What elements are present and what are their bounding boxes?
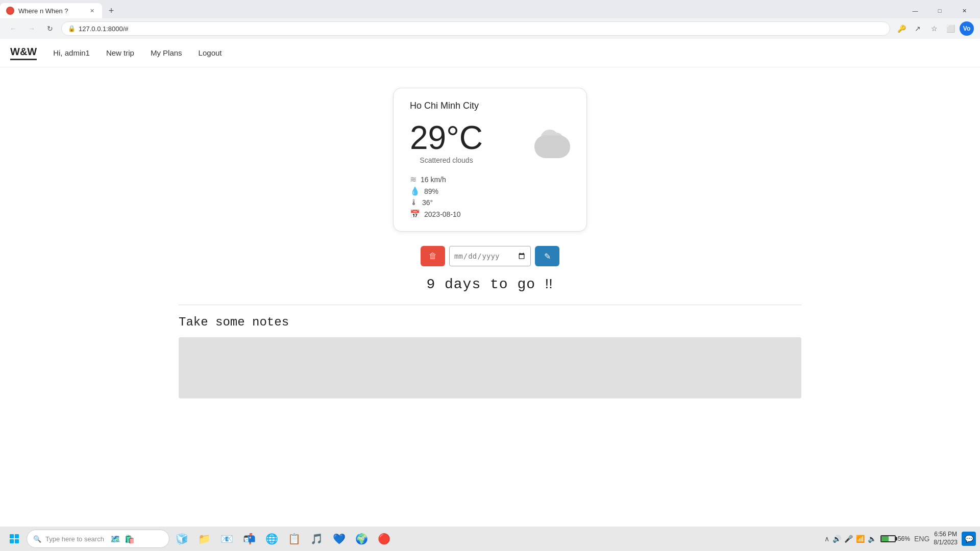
tray-volume[interactable]: 🔈 <box>868 535 876 543</box>
refresh-button[interactable]: ↻ <box>43 21 57 36</box>
taskbar-security-app[interactable]: 🔴 <box>374 529 394 549</box>
maximize-button[interactable]: □ <box>928 3 951 18</box>
taskbar-files-app[interactable]: 📁 <box>194 529 214 549</box>
section-divider <box>179 305 801 305</box>
taskbar-store-app[interactable]: 🧊 <box>172 529 192 549</box>
notification-button[interactable]: 💬 <box>962 532 976 546</box>
key-icon[interactable]: 🔑 <box>894 21 909 36</box>
taskbar-chrome-app[interactable]: 🌍 <box>351 529 372 549</box>
humidity-value: 89% <box>424 187 438 195</box>
taskbar-media-app[interactable]: 🎵 <box>306 529 327 549</box>
new-tab-button[interactable]: + <box>104 4 118 18</box>
search-placeholder-text: Type here to search <box>45 535 104 543</box>
win-sq-2 <box>15 534 19 538</box>
window-controls: — □ ✕ <box>903 3 980 18</box>
notes-section: Take some notes <box>179 315 801 400</box>
date-value: 2023-08-10 <box>424 210 461 218</box>
nav-greeting: Hi, admin1 <box>53 48 90 57</box>
navbar: W&W Hi, admin1 New trip My Plans Logout <box>0 39 980 67</box>
main-content: Ho Chi Minh City 29°C Scattered clouds ≋… <box>0 67 980 411</box>
taskbar-mail-app[interactable]: 📧 <box>216 529 237 549</box>
weather-temp-row: 29°C Scattered clouds <box>410 121 570 164</box>
clock-date: 8/1/2023 <box>934 539 958 547</box>
calendar-icon: 📅 <box>410 209 420 219</box>
taskbar-notes-app[interactable]: 📋 <box>284 529 304 549</box>
taskbar-outlook-app[interactable]: 📬 <box>239 529 259 549</box>
share-icon[interactable]: ↗ <box>911 21 925 36</box>
tray-show[interactable]: ∧ <box>824 535 829 543</box>
tray-speaker[interactable]: 🔊 <box>832 535 841 543</box>
trash-icon: 🗑 <box>429 252 437 261</box>
active-tab[interactable]: Where n When ? ✕ <box>0 3 102 18</box>
win-sq-3 <box>10 539 14 543</box>
taskbar-vs-app[interactable]: 💙 <box>329 529 349 549</box>
taskbar-edge-app[interactable]: 🌐 <box>261 529 282 549</box>
url-text: 127.0.0.1:8000/# <box>79 25 129 33</box>
nav-new-trip[interactable]: New trip <box>106 48 134 57</box>
cloud-shape <box>534 135 570 158</box>
browser-actions: 🔑 ↗ ☆ ⬜ Vo <box>894 21 974 36</box>
weather-icon <box>534 128 570 158</box>
forward-button[interactable]: → <box>24 21 39 36</box>
edit-button[interactable]: ✎ <box>535 246 559 266</box>
thermometer-icon: 🌡 <box>410 198 418 207</box>
start-button[interactable] <box>4 529 24 549</box>
bookmark-icon[interactable]: ☆ <box>927 21 941 36</box>
delete-button[interactable]: 🗑 <box>421 246 445 266</box>
url-bar[interactable]: 🔒 127.0.0.1:8000/# <box>61 21 890 36</box>
sidebar-icon[interactable]: ⬜ <box>943 21 958 36</box>
controls-row: 🗑 ✎ <box>421 246 559 266</box>
humidity-row: 💧 89% <box>410 186 570 196</box>
lock-icon: 🔒 <box>68 25 76 32</box>
date-row: 📅 2023-08-10 <box>410 209 570 219</box>
weather-details: ≋ 16 km/h 💧 89% 🌡 36° 📅 2023-08-10 <box>410 174 570 219</box>
battery-bar <box>880 535 896 542</box>
search-icon: 🔍 <box>33 535 41 543</box>
win-sq-1 <box>10 534 14 538</box>
app-container: W&W Hi, admin1 New trip My Plans Logout … <box>0 39 980 411</box>
tray-mic[interactable]: 🎤 <box>844 535 853 543</box>
notes-textarea[interactable] <box>179 337 801 398</box>
weather-temp-info: 29°C Scattered clouds <box>410 121 483 164</box>
battery-percent: 56% <box>898 535 910 542</box>
nav-my-plans[interactable]: My Plans <box>151 48 182 57</box>
countdown: 9 days to go ‼ <box>426 277 553 292</box>
back-button[interactable]: ← <box>6 21 20 36</box>
feels-like-value: 36° <box>422 198 433 207</box>
tray-wifi[interactable]: 📶 <box>856 535 865 543</box>
profile-button[interactable]: Vo <box>960 21 974 36</box>
tray-icons: ∧ 🔊 🎤 📶 🔈 <box>824 535 876 543</box>
tab-favicon <box>6 7 14 15</box>
cortana-icon: 🗺️ <box>110 534 120 544</box>
battery-fill <box>881 536 889 541</box>
minimize-button[interactable]: — <box>903 3 927 18</box>
clock-time: 6:56 PM <box>934 531 957 539</box>
date-input[interactable] <box>449 246 531 266</box>
weather-card: Ho Chi Minh City 29°C Scattered clouds ≋… <box>393 88 587 232</box>
nav-logout[interactable]: Logout <box>199 48 222 57</box>
taskbar-search[interactable]: 🔍 Type here to search 🗺️ 🛍️ <box>27 530 169 548</box>
browser-chrome: Where n When ? ✕ + — □ ✕ ← → ↻ 🔒 127.0.0… <box>0 0 980 39</box>
weather-description: Scattered clouds <box>420 156 473 164</box>
notes-title: Take some notes <box>179 315 801 329</box>
system-clock[interactable]: 6:56 PM 8/1/2023 <box>934 531 958 546</box>
nav-brand: W&W <box>10 46 37 60</box>
tab-title: Where n When ? <box>18 7 84 15</box>
humidity-icon: 💧 <box>410 186 420 196</box>
windows-icon <box>10 534 19 543</box>
edit-icon: ✎ <box>544 252 551 261</box>
tab-close-button[interactable]: ✕ <box>88 7 96 15</box>
battery-tip <box>896 537 897 541</box>
wind-row: ≋ 16 km/h <box>410 174 570 184</box>
address-bar: ← → ↻ 🔒 127.0.0.1:8000/# 🔑 ↗ ☆ ⬜ Vo <box>0 18 980 39</box>
tab-bar: Where n When ? ✕ + — □ ✕ <box>0 0 980 18</box>
taskbar-right: ∧ 🔊 🎤 📶 🔈 56% ENG 6:56 PM 8/1/2023 💬 <box>824 531 976 546</box>
battery-indicator: 56% <box>880 535 910 542</box>
win-sq-4 <box>15 539 19 543</box>
feels-like-row: 🌡 36° <box>410 198 570 207</box>
close-button[interactable]: ✕ <box>952 3 976 18</box>
taskbar: 🔍 Type here to search 🗺️ 🛍️ 🧊 📁 📧 📬 🌐 📋 … <box>0 527 980 551</box>
weather-temperature: 29°C <box>410 121 483 154</box>
weather-city: Ho Chi Minh City <box>410 101 570 111</box>
store-icon: 🛍️ <box>125 534 135 544</box>
